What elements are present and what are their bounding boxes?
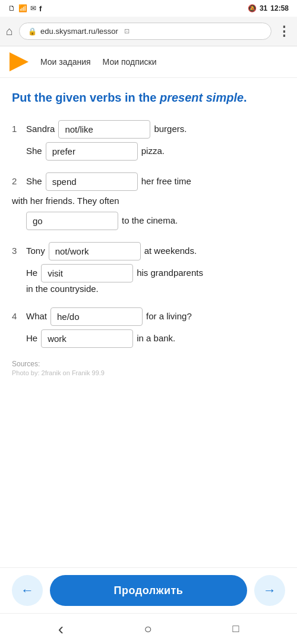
tab-icon: ⊡ [124, 27, 129, 35]
input-3a[interactable] [49, 242, 141, 260]
status-bar: 🗋 📶 ✉ f 🔕 31 12:58 [0, 0, 297, 17]
item-number-1: 1 [12, 122, 23, 136]
word-bank: in a bank. [137, 332, 175, 345]
browser-bar: ⌂ 🔒 edu.skysmart.ru/lessor ⊡ ⋮ [0, 17, 297, 46]
lock-icon: 🔒 [28, 27, 37, 36]
status-left-icons: 🗋 📶 ✉ f [8, 4, 42, 13]
home-icon[interactable]: ⌂ [6, 24, 13, 38]
continue-button[interactable]: Продолжить [50, 575, 247, 606]
exercise-item-4: 4 What for a living? He in a bank. [12, 307, 285, 348]
exercise-item-3: 3 Tony at weekends. He his grandparents … [12, 242, 285, 296]
item-number-4: 4 [12, 310, 23, 323]
input-1a[interactable] [58, 120, 150, 139]
word-her-free: her free time [141, 175, 191, 189]
exercise-item-2: 2 She her free time with her friends. Th… [12, 172, 285, 230]
bottom-bar: ← Продолжить → [0, 567, 297, 613]
browser-menu-icon[interactable]: ⋮ [277, 24, 291, 39]
url-text: edu.skysmart.ru/lessor [40, 27, 118, 36]
input-2b[interactable] [26, 212, 118, 230]
word-with-friends: with her friends. They often [12, 194, 119, 208]
battery-level: 31 [260, 4, 267, 12]
android-back-icon[interactable]: ‹ [58, 620, 64, 639]
mute-icon: 🔕 [248, 4, 257, 12]
item-number-3: 3 [12, 244, 23, 258]
word-pizza: pizza. [141, 144, 165, 158]
wifi-icon: 📶 [18, 4, 27, 12]
android-recent-icon[interactable]: □ [232, 623, 239, 635]
time-display: 12:58 [270, 4, 289, 12]
exercise-title-emphasis: present simple [160, 91, 244, 104]
input-4a[interactable] [50, 307, 143, 326]
word-burgers: burgers. [154, 122, 187, 136]
input-2a[interactable] [46, 172, 138, 191]
item-number-2: 2 [12, 175, 23, 189]
doc-icon: 🗋 [8, 4, 15, 12]
word-cinema: to the cinema. [122, 214, 178, 228]
word-living: for a living? [146, 310, 192, 323]
sentence-line-4b: He in a bank. [26, 329, 285, 348]
main-content: Put the given verbs in the present simpl… [0, 78, 297, 567]
input-4b[interactable] [41, 329, 133, 348]
fb-icon: f [39, 4, 42, 13]
word-he-4: He [26, 332, 37, 345]
status-right: 🔕 31 12:58 [248, 4, 289, 12]
sentence-line-3a: 3 Tony at weekends. [12, 242, 285, 260]
app-logo [10, 52, 29, 71]
word-tony: Tony [26, 244, 45, 258]
word-weekends: at weekends. [144, 244, 197, 258]
exercise-item-1: 1 Sandra burgers. She pizza. [12, 120, 285, 161]
word-countryside: in the countryside. [26, 282, 99, 296]
sentence-line-3b: He his grandparents [26, 264, 285, 282]
url-bar[interactable]: 🔒 edu.skysmart.ru/lessor ⊡ [19, 23, 271, 40]
app-nav: Мои задания Мои подписки [0, 46, 297, 78]
word-she-2: She [26, 175, 42, 189]
nav-my-tasks[interactable]: Мои задания [40, 57, 91, 67]
input-3b[interactable] [41, 264, 133, 282]
word-he-3: He [26, 266, 37, 280]
exercise-title: Put the given verbs in the present simpl… [12, 90, 285, 106]
sources-detail: Photo by: 2franik on Franik 99.9 [12, 369, 285, 376]
back-button[interactable]: ← [12, 575, 43, 606]
android-home-icon[interactable]: ○ [144, 621, 152, 637]
sentence-line-2b: with her friends. They often [12, 194, 285, 208]
input-1b[interactable] [46, 142, 138, 161]
sentence-line-2a: 2 She her free time [12, 172, 285, 191]
sentence-line-1b: She pizza. [26, 142, 285, 161]
mail-icon: ✉ [30, 4, 36, 12]
word-sandra: Sandra [26, 122, 55, 136]
word-what: What [26, 310, 47, 323]
sources-label: Sources: [12, 360, 285, 368]
sources-section: Sources: Photo by: 2franik on Franik 99.… [12, 360, 285, 376]
sentence-line-2c: to the cinema. [26, 212, 285, 230]
sentence-line-3c: in the countryside. [26, 282, 285, 296]
android-nav: ‹ ○ □ [0, 613, 297, 644]
word-she-1: She [26, 144, 42, 158]
sentence-line-1a: 1 Sandra burgers. [12, 120, 285, 139]
nav-my-subscriptions[interactable]: Мои подписки [103, 57, 157, 67]
word-grandparents: his grandparents [137, 266, 203, 280]
sentence-line-4a: 4 What for a living? [12, 307, 285, 326]
forward-button[interactable]: → [254, 575, 285, 606]
